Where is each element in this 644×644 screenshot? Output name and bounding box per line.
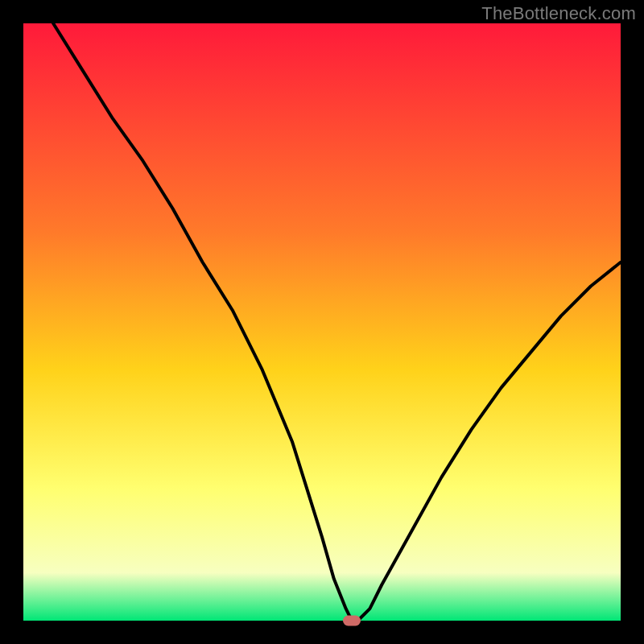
plot-area	[23, 23, 621, 621]
watermark-text: TheBottleneck.com	[481, 3, 636, 24]
optimal-marker	[343, 616, 361, 626]
gradient-background	[23, 23, 621, 621]
plot-svg	[23, 23, 621, 621]
chart-container: TheBottleneck.com	[0, 0, 644, 644]
